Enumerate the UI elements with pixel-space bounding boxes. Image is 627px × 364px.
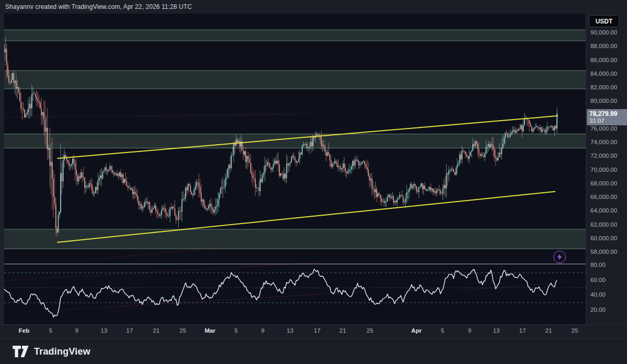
price-axis-label: 60,000.00 [590, 235, 617, 241]
price-axis-label: 88,000.00 [590, 43, 617, 49]
quote-currency-label: USDT [596, 18, 613, 25]
quick-action-lightning-button[interactable] [553, 251, 566, 263]
supply-demand-zone [4, 71, 586, 89]
price-axis-label: 90,000.00 [590, 29, 617, 36]
supply-demand-zone [4, 30, 586, 41]
tradingview-logo[interactable]: TradingView [13, 346, 90, 357]
time-axis-day-label: 13 [493, 327, 500, 334]
time-axis-day-label: 17 [519, 327, 526, 334]
price-axis-label: 76,000.00 [590, 125, 617, 132]
time-axis-day-label: 25 [180, 327, 187, 334]
time-axis-day-label: 5 [49, 327, 52, 334]
time-axis-day-label: 17 [126, 327, 133, 334]
tradingview-logo-icon [13, 346, 29, 357]
time-axis-day-label: 13 [101, 327, 108, 334]
time-axis-month-label: Feb [19, 327, 29, 334]
rsi-axis-label: 40.00 [590, 291, 606, 298]
time-axis-day-label: 9 [75, 327, 78, 334]
time-axis-day-label: 21 [545, 327, 552, 334]
chart-pane-background [0, 14, 586, 324]
price-axis-label: 86,000.00 [590, 57, 617, 63]
attribution-text: Shayannv created with TradingView.com, A… [5, 3, 192, 10]
last-price-value: 78,279.99 [589, 110, 626, 118]
tradingview-chart-window: Shayannv created with TradingView.com, A… [0, 0, 627, 364]
lightning-icon [556, 253, 563, 261]
time-axis-day-label: 5 [441, 327, 444, 334]
time-axis[interactable]: Feb5913172125Mar5913172125Apr5913172125 [0, 324, 627, 338]
price-axis-label: 66,000.00 [590, 194, 617, 200]
price-axis-label: 58,000.00 [590, 249, 617, 255]
price-axis-label: 62,000.00 [590, 221, 617, 228]
price-axis-label: 72,000.00 [590, 152, 617, 159]
time-axis-day-label: 21 [340, 327, 346, 334]
left-edge-strip [0, 14, 4, 338]
supply-demand-zone [4, 134, 586, 148]
rsi-axis-label: 20.00 [590, 307, 606, 313]
rsi-axis-label: 60.00 [590, 277, 606, 283]
price-axis[interactable]: USDT 78,279.99 31:07 90,000.0088,000.008… [586, 14, 627, 324]
price-axis-label: 80,000.00 [590, 98, 617, 104]
time-axis-day-label: 13 [287, 327, 294, 334]
time-axis-month-label: Mar [205, 327, 215, 334]
tradingview-brand-text: TradingView [34, 346, 90, 357]
chart-canvas[interactable] [0, 0, 627, 364]
quote-currency-button[interactable]: USDT [589, 15, 619, 27]
time-axis-day-label: 21 [153, 327, 160, 334]
footer-bar: TradingView [0, 338, 627, 364]
price-axis-label: 84,000.00 [590, 71, 617, 77]
price-axis-label: 68,000.00 [590, 180, 617, 186]
time-axis-day-label: 25 [367, 327, 374, 334]
time-axis-day-label: 9 [468, 327, 471, 334]
rsi-axis-label: 80.00 [590, 262, 606, 268]
price-axis-label: 74,000.00 [590, 139, 617, 145]
time-axis-day-label: 25 [572, 327, 578, 334]
attribution-bar: Shayannv created with TradingView.com, A… [0, 0, 627, 14]
price-axis-label: 64,000.00 [590, 207, 617, 214]
price-axis-label: 82,000.00 [590, 84, 617, 90]
time-axis-day-label: 9 [261, 327, 264, 334]
price-axis-label: 70,000.00 [590, 167, 617, 173]
time-axis-month-label: Apr [411, 327, 422, 334]
time-axis-day-label: 5 [235, 327, 238, 334]
last-price-label: 78,279.99 31:07 [587, 109, 627, 125]
time-axis-day-label: 17 [314, 327, 321, 334]
bar-countdown: 31:07 [589, 118, 626, 124]
